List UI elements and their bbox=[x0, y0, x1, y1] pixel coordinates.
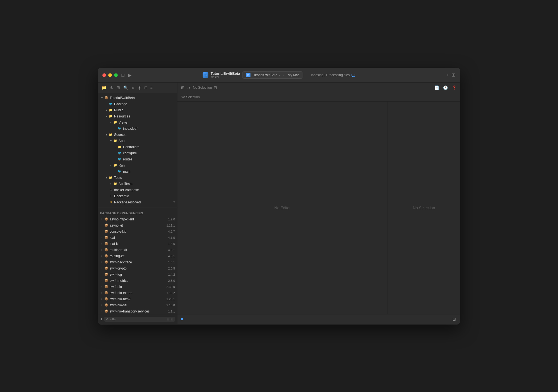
dep-swift-nio[interactable]: › 📦 swift-nio 2.39.0 bbox=[98, 284, 177, 290]
scm-icon[interactable]: ◈ bbox=[131, 85, 135, 91]
close-button[interactable] bbox=[102, 73, 106, 77]
dep-swift-crypto[interactable]: › 📦 swift-crypto 2.0.5 bbox=[98, 265, 177, 271]
chevron-right-icon: › bbox=[100, 310, 104, 313]
sidebar-item-app[interactable]: ▾ 📁 App bbox=[98, 138, 177, 144]
filter-option-icon[interactable]: ⊟ bbox=[167, 317, 169, 321]
chevron-right-icon: › bbox=[100, 230, 104, 233]
package-dep-icon: 📦 bbox=[104, 291, 109, 295]
dep-swift-metrics[interactable]: › 📦 swift-metrics 2.3.0 bbox=[98, 278, 177, 284]
sidebar-item-package-resolved[interactable]: ⚙ Package.resolved ? bbox=[98, 199, 177, 205]
split-editor-button[interactable]: ⊞ bbox=[451, 72, 456, 78]
folder-icon: 📁 bbox=[109, 175, 113, 180]
resolved-file-icon: ⚙ bbox=[109, 200, 113, 205]
breakpoints-icon[interactable]: ◎ bbox=[137, 85, 142, 91]
filter-box[interactable]: ⊙ Filter ⊟ ⊞ bbox=[104, 317, 175, 322]
sidebar-item-main[interactable]: 🐦 main bbox=[98, 169, 177, 175]
toolbar-right: ⊞ ‹ › No Selection ⊡ bbox=[177, 85, 223, 91]
chevron-down-icon: ▾ bbox=[109, 164, 113, 167]
folder-icon: 📁 bbox=[113, 182, 117, 186]
no-selection-text: No Selection bbox=[181, 95, 200, 99]
minimize-button[interactable] bbox=[108, 73, 112, 77]
sidebar-toggle-icon[interactable]: ⊡ bbox=[121, 73, 125, 78]
filter-actions: ⊟ ⊞ bbox=[167, 317, 173, 321]
chevron-right-icon: › bbox=[100, 224, 104, 227]
help-icon[interactable]: ❓ bbox=[451, 85, 457, 91]
add-group-button[interactable]: + bbox=[100, 317, 103, 322]
sidebar-item-run[interactable]: ▾ 📁 Run bbox=[98, 162, 177, 169]
sidebar-item-public[interactable]: ▾ 📁 Public bbox=[98, 107, 177, 113]
editor-left: No Editor bbox=[177, 102, 388, 314]
maximize-button[interactable] bbox=[114, 73, 118, 77]
dep-swift-backtrace[interactable]: › 📦 swift-backtrace 1.3.1 bbox=[98, 259, 177, 265]
dep-swift-nio-ssl[interactable]: › 📦 swift-nio-ssl 2.18.0 bbox=[98, 302, 177, 308]
grid-view-icon[interactable]: ⊞ bbox=[180, 85, 185, 91]
folder-icon: 📁 bbox=[117, 145, 122, 149]
nav-back-button[interactable]: ‹ bbox=[186, 85, 188, 90]
filter-icon[interactable]: ⊞ bbox=[116, 85, 121, 91]
badge-question: ? bbox=[173, 201, 175, 204]
inspector-panel: No Selection bbox=[388, 102, 460, 314]
search-icon[interactable]: 🔍 bbox=[122, 85, 129, 91]
sidebar-item-package[interactable]: 🐦 Package bbox=[98, 101, 177, 107]
destination-label: My Mac bbox=[288, 73, 299, 77]
swift-file-icon: 🐦 bbox=[117, 169, 122, 174]
dep-routing-kit[interactable]: › 📦 routing-kit 4.3.1 bbox=[98, 253, 177, 259]
sidebar-tree: ▾ 📦 TutorialSwiftBeta 🐦 Package ▾ 📁 Pu bbox=[98, 93, 177, 314]
folder-icon: 📁 bbox=[113, 139, 117, 143]
package-dep-icon: 📦 bbox=[104, 297, 109, 301]
sidebar-item-sources[interactable]: ▾ 📁 Sources bbox=[98, 132, 177, 138]
bottom-right-controls: ⊡ bbox=[452, 317, 457, 321]
sidebar-item-routes[interactable]: 🐦 routes bbox=[98, 156, 177, 162]
sidebar-item-views[interactable]: ▾ 📁 Views bbox=[98, 119, 177, 126]
file-inspector-icon[interactable]: 📄 bbox=[434, 85, 440, 91]
docs-icon[interactable]: ≡ bbox=[149, 85, 153, 91]
chevron-right-icon: › bbox=[100, 236, 104, 239]
filter-search-icon: ⊙ bbox=[106, 318, 109, 321]
sidebar-item-docker-compose[interactable]: ⊞ docker-compose bbox=[98, 187, 177, 193]
chevron-right-icon: › bbox=[100, 248, 104, 251]
titlebar-center: S TutorialSwiftBeta master S TutorialSwi… bbox=[203, 71, 355, 79]
swift-file-icon: 🐦 bbox=[117, 157, 122, 162]
sidebar-item-index-leaf[interactable]: 🐦 index.leaf bbox=[98, 126, 177, 132]
nav-forward-button[interactable]: › bbox=[189, 85, 190, 90]
dep-async-http-client[interactable]: › 📦 async-http-client 1.9.0 bbox=[98, 216, 177, 222]
sidebar-item-apptests[interactable]: › 📁 AppTests bbox=[98, 181, 177, 187]
sidebar-item-configure[interactable]: 🐦 configure bbox=[98, 150, 177, 156]
dep-console-kit[interactable]: › 📦 console-kit 4.2.7 bbox=[98, 229, 177, 235]
chevron-right-icon: › bbox=[100, 267, 104, 270]
history-icon[interactable]: 🕐 bbox=[442, 85, 449, 91]
sidebar-item-resources[interactable]: ▾ 📁 Resources bbox=[98, 113, 177, 119]
add-button[interactable]: + bbox=[446, 72, 449, 78]
dep-async-kit[interactable]: › 📦 async-kit 1.11.1 bbox=[98, 222, 177, 229]
project-branch: master bbox=[211, 76, 240, 79]
inspector-toggle-icon[interactable]: ⊡ bbox=[213, 85, 218, 91]
dep-leaf-kit[interactable]: › 📦 leaf-kit 1.5.0 bbox=[98, 241, 177, 247]
chevron-right-icon: › bbox=[109, 182, 113, 185]
dep-multipart-kit[interactable]: › 📦 multipart-kit 4.5.1 bbox=[98, 247, 177, 253]
inspector-bottom-icon[interactable]: ⊡ bbox=[452, 316, 457, 322]
scheme-selector[interactable]: S TutorialSwiftBeta › › My Mac bbox=[242, 71, 303, 79]
traffic-lights bbox=[98, 73, 118, 77]
sidebar-item-dockerfile[interactable]: ⊡ Dockerfile bbox=[98, 193, 177, 199]
dep-swift-nio-transport[interactable]: › 📦 swift-nio-transport-services 1.1... bbox=[98, 308, 177, 314]
reports-icon[interactable]: □ bbox=[144, 85, 148, 91]
sidebar-item-controllers[interactable]: › 📁 Controllers bbox=[98, 144, 177, 150]
divider bbox=[98, 208, 177, 208]
package-dep-icon: 📦 bbox=[104, 223, 109, 228]
dep-swift-nio-http2[interactable]: › 📦 swift-nio-http2 1.20.1 bbox=[98, 296, 177, 302]
filter-sort-icon[interactable]: ⊞ bbox=[170, 317, 173, 321]
project-name: TutorialSwiftBeta bbox=[211, 71, 240, 76]
play-button[interactable]: ▶ bbox=[128, 73, 131, 78]
package-dep-icon: 📦 bbox=[104, 242, 109, 246]
chevron-right-icon: › bbox=[100, 254, 104, 258]
warning-icon[interactable]: ⚠ bbox=[109, 85, 114, 91]
dep-swift-nio-extras[interactable]: › 📦 swift-nio-extras 1.10.2 bbox=[98, 290, 177, 296]
dep-swift-log[interactable]: › 📦 swift-log 1.4.2 bbox=[98, 271, 177, 278]
folder-icon[interactable]: 📁 bbox=[101, 85, 107, 91]
chevron-right-icon: › bbox=[100, 242, 104, 245]
sidebar-item-tutorialswiftbeta[interactable]: ▾ 📦 TutorialSwiftBeta bbox=[98, 95, 177, 101]
dep-leaf[interactable]: › 📦 leaf 4.1.5 bbox=[98, 235, 177, 241]
sidebar-item-tests[interactable]: ▾ 📁 Tests bbox=[98, 175, 177, 181]
bottom-statusbar: ⊡ bbox=[177, 314, 460, 324]
toolbar: 📁 ⚠ ⊞ 🔍 ◈ ◎ □ ≡ ⊞ ‹ › No Selection ⊡ 📄 🕐… bbox=[98, 83, 460, 93]
